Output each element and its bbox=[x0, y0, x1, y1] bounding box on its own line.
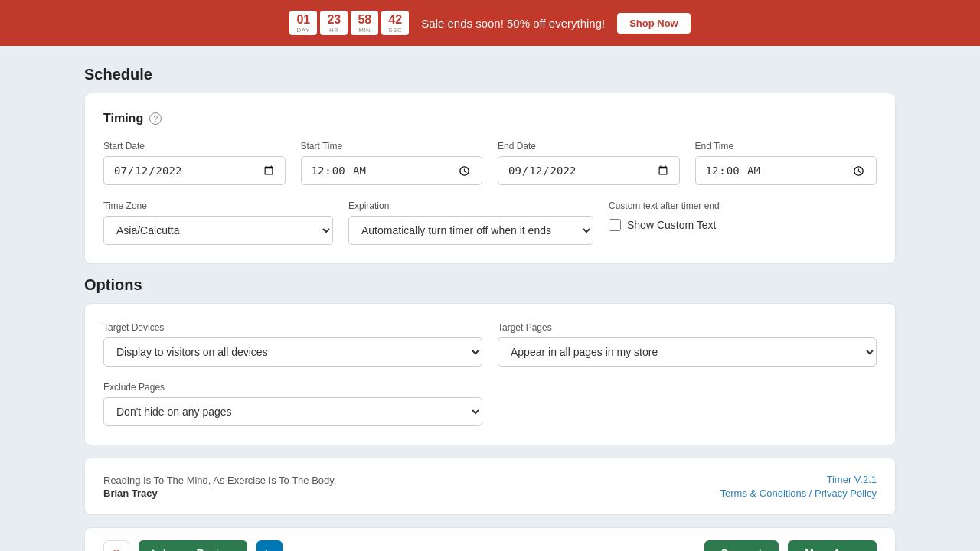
target-pages-col: Target Pages Appear in all pages in my s… bbox=[498, 322, 877, 367]
footer-quote: Reading Is To The Mind, As Exercise Is T… bbox=[103, 474, 336, 486]
leave-review-button[interactable]: Leave Review bbox=[139, 540, 247, 551]
end-date-label: End Date bbox=[498, 141, 680, 152]
timer-hours-label: HR bbox=[325, 27, 343, 34]
show-custom-checkbox-row: Show Custom Text bbox=[609, 219, 877, 231]
end-time-group: End Time bbox=[695, 141, 877, 185]
banner-message: Sale ends soon! 50% off everything! bbox=[421, 17, 605, 30]
date-time-row: Start Date Start Time End Date End Time bbox=[103, 141, 877, 185]
action-left: ♥ Leave Review in bbox=[103, 540, 283, 551]
action-right: Support More Apps bbox=[704, 540, 877, 551]
timezone-expiration-row: Time Zone Asia/Calcutta Expiration Autom… bbox=[103, 201, 877, 245]
action-bar: ♥ Leave Review in Support More Apps bbox=[84, 527, 896, 551]
shop-now-button[interactable]: Shop Now bbox=[617, 13, 691, 34]
timing-header: Timing ? bbox=[103, 112, 877, 126]
timer-minutes-label: MIN bbox=[355, 27, 374, 34]
end-time-input[interactable] bbox=[695, 156, 877, 185]
countdown-timer: 01 DAY 23 HR 58 MIN 42 SEC bbox=[289, 11, 409, 35]
timezone-label: Time Zone bbox=[103, 201, 333, 211]
start-time-label: Start Time bbox=[301, 141, 483, 152]
promo-banner: 01 DAY 23 HR 58 MIN 42 SEC Sale ends soo… bbox=[0, 0, 980, 46]
end-time-label: End Time bbox=[695, 141, 877, 152]
target-pages-select[interactable]: Appear in all pages in my store bbox=[498, 337, 877, 367]
heart-icon[interactable]: ♥ bbox=[103, 540, 129, 551]
timer-seconds-label: SEC bbox=[386, 27, 404, 34]
options-card: Target Devices Display to visitors on al… bbox=[84, 303, 896, 445]
exclude-row: Exclude Pages Don't hide on any pages bbox=[103, 382, 877, 426]
expiration-select[interactable]: Automatically turn timer off when it end… bbox=[348, 216, 593, 245]
footer-links: Timer V.2.1 Terms & Conditions / Privacy… bbox=[720, 474, 877, 499]
footer-terms-link[interactable]: Terms & Conditions / Privacy Policy bbox=[720, 487, 877, 499]
target-devices-label: Target Devices bbox=[103, 322, 482, 333]
custom-text-group: Custom text after timer end Show Custom … bbox=[609, 201, 877, 231]
options-grid: Target Devices Display to visitors on al… bbox=[103, 322, 877, 367]
start-time-input[interactable] bbox=[301, 156, 483, 185]
leave-review-label: Leave Review bbox=[163, 547, 234, 551]
footer-author: Brian Tracy bbox=[103, 487, 336, 499]
timer-seconds-value: 42 bbox=[386, 12, 404, 27]
timer-days-value: 01 bbox=[294, 12, 312, 27]
schedule-section-title: Schedule bbox=[84, 66, 896, 83]
footer-card: Reading Is To The Mind, As Exercise Is T… bbox=[84, 458, 896, 515]
exclude-pages-label: Exclude Pages bbox=[103, 382, 482, 393]
show-custom-label[interactable]: Show Custom Text bbox=[627, 219, 716, 231]
start-date-group: Start Date bbox=[103, 141, 286, 185]
support-button[interactable]: Support bbox=[704, 540, 779, 551]
end-date-group: End Date bbox=[498, 141, 680, 185]
expiration-group: Expiration Automatically turn timer off … bbox=[348, 201, 593, 245]
more-apps-button[interactable]: More Apps bbox=[788, 540, 877, 551]
exclude-pages-col: Exclude Pages Don't hide on any pages bbox=[103, 382, 482, 426]
target-pages-label: Target Pages bbox=[498, 322, 877, 333]
timing-title: Timing bbox=[103, 112, 143, 126]
timer-minutes-value: 58 bbox=[355, 12, 374, 27]
timing-help-icon[interactable]: ? bbox=[149, 112, 162, 125]
timing-card: Timing ? Start Date Start Time End Date bbox=[84, 93, 896, 264]
footer-quote-section: Reading Is To The Mind, As Exercise Is T… bbox=[103, 474, 336, 499]
start-date-label: Start Date bbox=[103, 141, 286, 152]
footer-inner: Reading Is To The Mind, As Exercise Is T… bbox=[103, 474, 877, 499]
timer-hours-value: 23 bbox=[325, 12, 343, 27]
options-section-title: Options bbox=[84, 276, 896, 294]
start-date-input[interactable] bbox=[103, 156, 286, 185]
timezone-select[interactable]: Asia/Calcutta bbox=[103, 216, 333, 245]
target-devices-col: Target Devices Display to visitors on al… bbox=[103, 322, 482, 367]
timer-seconds: 42 SEC bbox=[381, 11, 409, 35]
expiration-label: Expiration bbox=[348, 201, 593, 211]
start-time-group: Start Time bbox=[301, 141, 483, 185]
timer-days-label: DAY bbox=[294, 27, 312, 34]
show-custom-checkbox[interactable] bbox=[609, 219, 621, 231]
footer-version-link[interactable]: Timer V.2.1 bbox=[720, 474, 877, 485]
exclude-pages-select[interactable]: Don't hide on any pages bbox=[103, 397, 482, 426]
timezone-group: Time Zone Asia/Calcutta bbox=[103, 201, 333, 245]
timer-hours: 23 HR bbox=[320, 11, 348, 35]
timer-minutes: 58 MIN bbox=[351, 11, 378, 35]
timer-days: 01 DAY bbox=[289, 11, 317, 35]
linkedin-button[interactable]: in bbox=[256, 540, 283, 551]
end-date-input[interactable] bbox=[498, 156, 680, 185]
target-devices-select[interactable]: Display to visitors on all devices bbox=[103, 337, 482, 367]
custom-text-section-label: Custom text after timer end bbox=[609, 201, 877, 211]
